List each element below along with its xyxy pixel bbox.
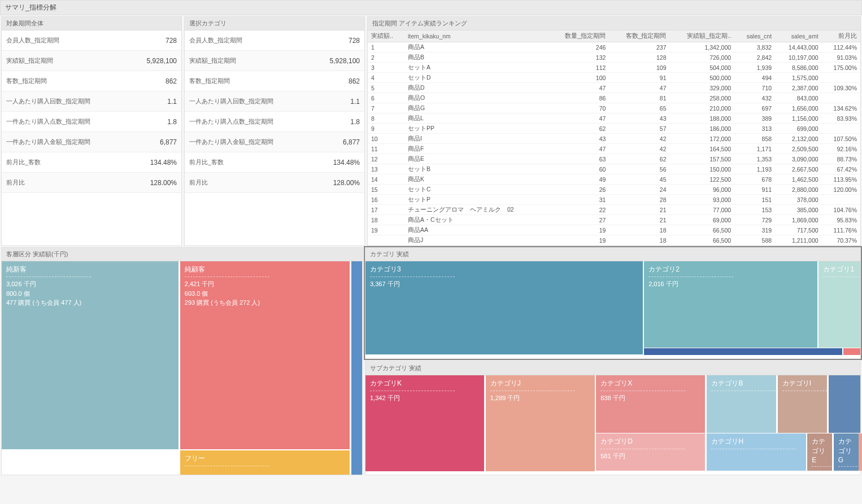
table-cell: 42 [609,144,669,154]
kpi-label: 一人あたり購入回数_指定期間 [189,97,273,106]
treemap-block[interactable]: カテゴリ33,367 千円 [365,261,643,354]
treemap-block[interactable]: カテゴリ22,016 千円 [644,261,817,348]
column-header[interactable]: 実績額.. [368,30,404,42]
table-row[interactable]: 17チューニングアロマ ヘアミルク 02222177,000153385,000… [368,205,860,215]
treemap-block[interactable]: カテゴリ1 [819,261,860,348]
table-cell: 2,667,500 [775,164,822,174]
table-cell: 17 [368,205,404,215]
treemap-block[interactable] [859,433,862,471]
table-row[interactable]: 19商品AA191866,500319717,500111.76% [368,225,860,235]
table-cell: 77,000 [669,205,734,215]
table-cell: 246 [548,42,609,52]
kpi-value: 6,877 [160,138,177,146]
kpi-row: 前月比_客数134.48% [185,152,364,173]
table-cell: 3 [368,63,404,73]
panel-header: 選択カテゴリ [185,17,364,30]
treemap-block[interactable]: フリー [180,450,350,475]
column-header[interactable]: item_kikaku_nm [404,30,548,42]
kpi-row: 実績額_指定期間5,928,100 [2,51,181,71]
treemap-block[interactable] [843,348,860,355]
treemap-block[interactable]: カテゴリJ1,289 千円 [486,375,595,471]
table-cell: 49 [548,174,609,185]
table-row[interactable]: 10商品I4342172,0008582,132,000107.50% [368,134,860,144]
table-cell: 10 [368,134,404,144]
table-cell: 8 [368,113,404,124]
kpi-row: 客数_指定期間862 [185,71,364,91]
table-cell: 67.42% [822,164,860,174]
column-header[interactable]: 実績額_指定期.. [669,30,734,42]
kpi-row: 一件あたり購入点数_指定期間1.8 [185,112,364,132]
kpi-label: 会員人数_指定期間 [6,36,59,45]
table-cell: 8,586,000 [775,63,822,73]
table-cell: 710 [734,83,775,93]
table-cell: 47 [548,83,609,93]
treemap-block[interactable] [829,375,860,433]
table-cell: 31 [548,195,609,205]
kpi-label: 実績額_指定期間 [6,56,53,65]
treemap-block[interactable] [351,261,362,475]
table-cell: 258,000 [669,93,734,103]
table-cell: 432 [734,93,775,103]
table-row[interactable]: 16セットP312893,000151378,000 [368,195,860,205]
treemap-block[interactable]: カテゴリG [834,433,860,471]
kpi-value: 728 [349,37,360,45]
treemap-block[interactable]: カテゴリK1,342 千円 [365,375,484,471]
treemap-value: 2,016 千円 [648,279,813,289]
table-row[interactable]: 14商品K4945122,5006781,462,500113.95% [368,174,860,185]
table-row[interactable]: 15セットC262496,0009112,880,000120.00% [368,185,860,195]
table-row[interactable]: 13セットB6056150,0001,1932,667,50067.42% [368,164,860,174]
table-cell: 2,387,000 [775,83,822,93]
table-row[interactable]: 5商品D4747329,0007102,387,000109.30% [368,83,860,93]
treemap-block[interactable]: カテゴリX838 千円 [596,375,705,433]
treemap-label: 純顧客 [185,265,345,274]
table-cell: チューニングアロマ ヘアミルク 02 [404,205,548,215]
table-cell: 188,000 [669,113,734,124]
table-row[interactable]: 8商品L4743188,0003891,156,00083.93% [368,113,860,124]
kpi-row: 一件あたり購入金額_指定期間6,877 [185,132,364,152]
table-row[interactable]: 12商品E6362157,5001,3533,090,00088.73% [368,154,860,164]
table-cell: 91.03% [822,52,860,63]
table-cell: セットD [404,73,548,83]
table-cell: 95.83% [822,215,860,225]
table-row[interactable]: 2商品B132128726,0002,84210,197,00091.03% [368,52,860,63]
table-row[interactable]: 1商品A2462371,342,0003,83214,443,000112.44… [368,42,860,52]
table-cell: 28 [609,195,669,205]
table-cell: 86 [548,93,609,103]
ranking-table[interactable]: 実績額..item_kikaku_nm数量_指定期間客数_指定期間実績額_指定期… [368,30,860,246]
table-row[interactable]: 11商品F4742164,5001,1712,509,50092.16% [368,144,860,154]
table-cell: 385,000 [775,205,822,215]
table-cell: 858 [734,134,775,144]
column-header[interactable]: 前月比 [822,30,860,42]
treemap-block[interactable]: カテゴリD581 千円 [596,433,705,471]
column-header[interactable]: sales_cnt [734,30,775,42]
table-cell: 109 [609,63,669,73]
table-row[interactable]: 商品J191866,5005881,211,00070.37% [368,235,860,246]
table-cell [822,73,860,83]
table-row[interactable]: 9セットPP6257186,000313699,000 [368,124,860,134]
table-row[interactable]: 7商品G7065210,0006971,656,000134.62% [368,103,860,113]
treemap-block[interactable] [644,348,842,355]
table-row[interactable]: 18商品A・Cセット272169,0007291,869,00095.83% [368,215,860,225]
table-cell [822,124,860,134]
column-header[interactable]: sales_amt [775,30,822,42]
treemap-block[interactable]: カテゴリH [707,433,806,471]
panel-category-treemap[interactable]: カテゴリ 実績 カテゴリ33,367 千円カテゴリ22,016 千円カテゴリ1 [365,247,861,359]
treemap-block[interactable]: 純新客3,026 千円800.0 個477 購買 (うち会員 477 人) [2,261,179,449]
kpi-value: 128.00% [333,179,360,187]
table-row[interactable]: 3セットA112109504,0001,9398,586,000175.00% [368,63,860,73]
kpi-row: 実績額_指定期間5,928,100 [185,51,364,71]
table-row[interactable]: 6商品O8681258,000432843,000 [368,93,860,103]
table-row[interactable]: 4セットD10091500,0004941,575,000 [368,73,860,83]
column-header[interactable]: 数量_指定期間 [548,30,609,42]
treemap-block[interactable]: カテゴリI [778,375,828,433]
table-cell: 843,000 [775,93,822,103]
kpi-row: 一件あたり購入金額_指定期間6,877 [2,132,181,152]
table-cell: 商品J [404,235,548,246]
column-header[interactable]: 客数_指定期間 [609,30,669,42]
treemap-value: 800.0 個 [6,289,174,299]
kpi-value: 128.00% [150,179,177,187]
treemap-block[interactable]: 純顧客2,421 千円603.0 個293 購買 (うち会員 272 人) [180,261,350,449]
treemap-block[interactable]: カテゴリE [807,433,832,471]
treemap-block[interactable]: カテゴリB [707,375,776,433]
table-cell: 389 [734,113,775,124]
